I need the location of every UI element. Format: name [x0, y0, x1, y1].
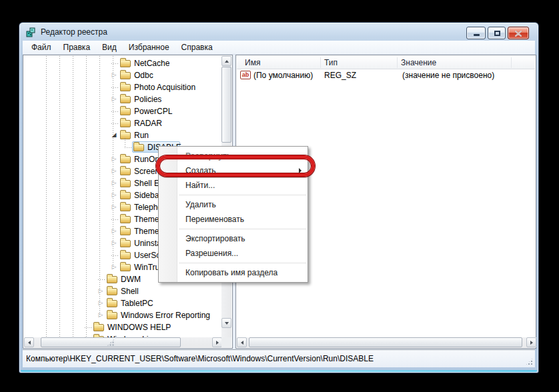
folder-icon [107, 312, 117, 319]
minimize-button[interactable] [466, 27, 486, 39]
collapsed-arrow-icon[interactable]: ▷ [110, 189, 118, 201]
folder-icon [120, 204, 131, 211]
maximize-button[interactable] [488, 27, 506, 39]
collapsed-arrow-icon[interactable]: ▷ [110, 237, 118, 249]
tree-connector [111, 111, 119, 112]
folder-icon [120, 72, 131, 79]
menu-3[interactable]: Избранное [123, 41, 175, 54]
string-value-icon: ab [240, 71, 251, 79]
tree-item-netcache[interactable]: NetCache [24, 57, 222, 69]
maximize-icon [494, 31, 500, 36]
window-title: Редактор реестра [41, 27, 107, 37]
folder-icon [120, 120, 131, 127]
context-menu-item-4[interactable]: Переименовать [159, 212, 308, 227]
folder-icon [120, 156, 131, 163]
scroll-left-icon [241, 341, 243, 345]
folder-icon [120, 264, 131, 271]
menu-0[interactable]: Файл [25, 41, 57, 54]
tree-item-odbc[interactable]: ▷Odbc [24, 69, 222, 81]
scroll-left-button[interactable] [237, 337, 247, 347]
horizontal-scroll-thumb[interactable] [249, 337, 522, 347]
folder-icon [107, 288, 117, 295]
close-button[interactable] [508, 27, 529, 39]
menu-separator [179, 263, 306, 263]
menu-separator [179, 229, 306, 229]
context-menu-item-5[interactable]: Экспортировать [159, 231, 308, 246]
vertical-scroll-thumb[interactable] [221, 67, 231, 143]
menu-4[interactable]: Справка [175, 41, 219, 54]
menu-item-label: Переименовать [185, 215, 244, 224]
scroll-up-button[interactable] [221, 56, 231, 66]
menu-1[interactable]: Правка [57, 41, 97, 54]
value-row[interactable]: ab (По умолчанию) REG_SZ (значение не пр… [237, 69, 535, 81]
folder-icon [120, 216, 131, 223]
menu-2[interactable]: Вид [96, 41, 123, 54]
folder-icon [120, 252, 131, 259]
collapsed-arrow-icon[interactable]: ▷ [97, 309, 105, 321]
folder-icon [93, 324, 104, 331]
expanded-arrow-icon[interactable]: ◢ [110, 129, 118, 141]
collapsed-arrow-icon[interactable]: ▷ [110, 201, 118, 213]
column-header-value[interactable]: Значение [397, 56, 436, 69]
tree-item-windows-help[interactable]: WINDOWS HELP [24, 321, 222, 333]
tree-item-photo-acquisition[interactable]: Photo Acquisition [24, 81, 222, 93]
tree-item-label: RADAR [134, 119, 162, 128]
context-menu-item-6[interactable]: Разрешения... [159, 246, 308, 261]
scroll-right-button[interactable] [526, 337, 536, 347]
collapsed-arrow-icon[interactable]: ▷ [110, 261, 118, 273]
column-header-name[interactable]: Имя [241, 56, 260, 69]
tree-item-label: Shell [121, 287, 139, 296]
tree-connector [98, 279, 105, 280]
scroll-right-button[interactable] [212, 337, 222, 347]
tree-item-windows-error-reporting[interactable]: ▷Windows Error Reporting [24, 309, 222, 321]
title-bar[interactable]: Редактор реестра [19, 23, 538, 41]
collapsed-arrow-icon[interactable]: ▷ [110, 177, 118, 189]
horizontal-scroll-thumb[interactable] [41, 337, 181, 347]
tree-connector [125, 138, 125, 147]
scroll-left-button[interactable] [24, 337, 34, 347]
context-menu-item-7[interactable]: Копировать имя раздела [159, 265, 308, 280]
tree-item-powercpl[interactable]: PowerCPL [24, 105, 222, 117]
folder-icon [120, 240, 131, 247]
tree-horizontal-scrollbar[interactable] [24, 337, 222, 347]
list-horizontal-scrollbar[interactable] [237, 337, 536, 347]
folder-icon [120, 84, 131, 91]
folder-icon [107, 276, 117, 283]
tree-item-radar[interactable]: RADAR [24, 117, 222, 129]
window-controls [466, 27, 529, 39]
menu-bar: ФайлПравкаВидИзбранноеСправка [23, 41, 535, 55]
tree-item-run[interactable]: ◢Run [24, 129, 222, 141]
collapsed-arrow-icon[interactable]: ▷ [110, 69, 118, 81]
folder-icon [120, 192, 131, 199]
tree-item-label: Policies [134, 95, 161, 104]
tree-item-tabletpc[interactable]: ▷TabletPC [24, 297, 222, 309]
resize-grip-icon[interactable] [525, 357, 534, 366]
list-header: Имя Тип Значение [237, 56, 535, 69]
collapsed-arrow-icon[interactable]: ▷ [110, 165, 118, 177]
collapsed-arrow-icon[interactable]: ▷ [110, 225, 118, 237]
tree-item-label: WinTru [134, 263, 159, 272]
menu-item-label: Экспортировать [185, 234, 245, 243]
context-menu-item-2[interactable]: Найти... [159, 178, 308, 193]
value-type: REG_SZ [324, 71, 356, 80]
tree-item-label: Uninsta [134, 239, 161, 248]
tree-item-label: PowerCPL [134, 107, 172, 116]
tree-connector [125, 147, 132, 148]
tree-item-label: Windows Error Reporting [121, 311, 210, 320]
collapsed-arrow-icon[interactable]: ▷ [97, 297, 105, 309]
tree-item-shell[interactable]: ▷Shell [24, 285, 222, 297]
menu-item-label: Копировать имя раздела [185, 268, 277, 277]
collapsed-arrow-icon[interactable]: ▷ [97, 285, 105, 297]
thumb-grip [107, 338, 115, 347]
column-separator[interactable] [511, 57, 512, 68]
scroll-down-icon [225, 322, 229, 325]
column-header-type[interactable]: Тип [320, 56, 338, 69]
scroll-down-button[interactable] [221, 318, 231, 328]
value-name: (По умолчанию) [253, 71, 313, 80]
tree-item-policies[interactable]: ▷Policies [24, 93, 222, 105]
context-menu-item-3[interactable]: Удалить [159, 197, 308, 212]
tree-connector [111, 63, 119, 64]
scroll-left-icon [28, 341, 31, 345]
collapsed-arrow-icon[interactable]: ▷ [110, 93, 118, 105]
collapsed-arrow-icon[interactable]: ▷ [110, 153, 118, 165]
